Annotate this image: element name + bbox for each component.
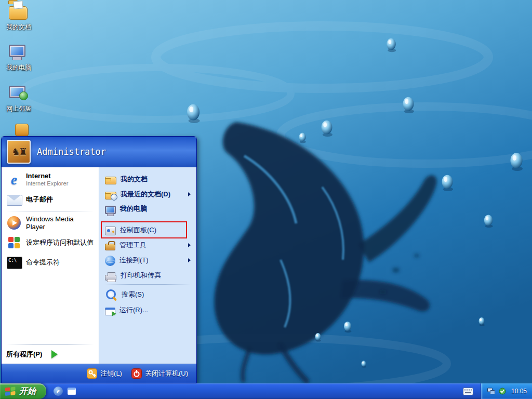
tray-volume-icon[interactable] <box>499 388 506 395</box>
email-icon <box>6 192 22 207</box>
start-menu-item-recent-documents[interactable]: 我最近的文档(D) <box>102 187 194 202</box>
start-menu-item-program-access[interactable]: 设定程序访问和默认值 <box>3 233 97 252</box>
shut-down-label: 关闭计算机(U) <box>145 369 188 378</box>
search-icon <box>105 288 117 301</box>
desktop-icon-label: 网上邻居 <box>6 104 31 113</box>
start-menu-item-my-documents[interactable]: 我的文档 <box>102 171 194 187</box>
username-label: Administrator <box>37 147 106 157</box>
menu-separator <box>105 284 191 285</box>
hidden-desktop-icon <box>15 124 29 136</box>
item-title: 打印机和传真 <box>121 271 161 280</box>
menu-separator <box>6 211 94 211</box>
start-button[interactable]: 开始 <box>0 383 46 399</box>
tray-network-icon[interactable] <box>487 388 495 395</box>
taskbar-clock: 10:05 <box>510 388 527 395</box>
admin-tools-icon <box>105 244 115 250</box>
run-icon <box>105 308 115 315</box>
log-off-icon <box>87 368 97 379</box>
menu-separator <box>6 344 94 345</box>
window-icon <box>68 388 76 395</box>
start-menu-pinned-column: Internet Internet Explorer 电子邮件 Windows … <box>2 167 99 364</box>
log-off-label: 注销(L) <box>100 369 122 378</box>
my-computer-icon <box>105 206 116 214</box>
start-menu-item-control-panel[interactable]: 控制面板(C) <box>102 222 194 237</box>
desktop-icon-label: 我的文档 <box>6 23 31 32</box>
system-tray: 10:05 <box>481 383 532 399</box>
spacer <box>3 272 97 343</box>
item-title: 我最近的文档(D) <box>121 190 170 199</box>
recent-documents-icon <box>105 192 116 200</box>
item-title: 运行(R)... <box>119 305 148 315</box>
desktop-icon-network-places[interactable]: 网上邻居 <box>2 85 35 113</box>
command-prompt-icon <box>6 255 22 270</box>
submenu-arrow-icon <box>188 258 191 262</box>
start-menu-item-connect-to[interactable]: 连接到(T) <box>102 252 194 268</box>
desktop-icon-my-computer[interactable]: 我的电脑 <box>2 44 35 72</box>
item-title: 连接到(T) <box>119 256 149 265</box>
submenu-arrow-icon <box>188 192 191 196</box>
item-title: 设定程序访问和默认值 <box>26 238 94 247</box>
taskbar: 开始 10:05 <box>0 383 532 399</box>
start-menu-item-search[interactable]: 搜索(S) <box>102 286 194 303</box>
item-title: Windows Media Player <box>26 215 94 231</box>
item-title: 我的电脑 <box>120 204 147 214</box>
desktop: 我的文档 我的电脑 网上邻居 Administrator Internet In… <box>0 0 532 399</box>
desktop-icon-label: 我的电脑 <box>6 63 31 72</box>
start-menu-places-column: 我的文档 我最近的文档(D) 我的电脑 控制面板(C) <box>99 167 196 364</box>
start-menu-body: Internet Internet Explorer 电子邮件 Windows … <box>2 167 196 364</box>
start-menu-item-command-prompt[interactable]: 命令提示符 <box>3 252 97 272</box>
connect-to-icon <box>105 256 115 266</box>
quick-launch-ie-icon[interactable] <box>54 387 63 396</box>
shut-down-icon <box>131 368 142 379</box>
desktop-icon-partially-hidden[interactable] <box>5 124 38 136</box>
my-documents-icon <box>105 177 116 184</box>
start-menu-item-email[interactable]: 电子邮件 <box>3 190 97 209</box>
my-computer-icon <box>9 45 25 57</box>
start-menu-header: Administrator <box>2 137 196 167</box>
quick-launch-bar <box>48 387 82 396</box>
user-avatar <box>7 140 31 164</box>
shut-down-button[interactable]: 关闭计算机(U) <box>131 368 188 379</box>
start-menu-item-printers[interactable]: 打印机和传真 <box>102 268 194 283</box>
start-menu-item-internet[interactable]: Internet Internet Explorer <box>3 170 97 190</box>
windows-media-player-icon <box>6 215 22 231</box>
start-menu-item-media-player[interactable]: Windows Media Player <box>3 213 97 233</box>
printers-and-faxes-icon <box>105 275 116 281</box>
item-title: Internet <box>26 172 68 180</box>
item-title: 命令提示符 <box>26 258 60 267</box>
control-panel-icon <box>105 227 116 235</box>
start-menu-footer: 注销(L) 关闭计算机(U) <box>2 364 196 383</box>
program-access-icon <box>6 235 22 250</box>
submenu-arrow-icon <box>188 243 191 247</box>
start-button-label: 开始 <box>19 386 36 397</box>
all-programs-button[interactable]: 所有程序(P) <box>3 347 97 362</box>
start-menu-item-run[interactable]: 运行(R)... <box>102 303 194 317</box>
start-menu: Administrator Internet Internet Explorer… <box>1 136 197 383</box>
log-off-button[interactable]: 注销(L) <box>87 368 122 379</box>
windows-logo-icon <box>5 386 16 396</box>
input-method-icon[interactable] <box>463 388 473 395</box>
item-title: 搜索(S) <box>122 290 144 299</box>
my-documents-icon <box>9 6 28 20</box>
start-menu-item-my-computer[interactable]: 我的电脑 <box>102 202 194 216</box>
item-title: 控制面板(C) <box>120 225 156 235</box>
desktop-icon-my-documents[interactable]: 我的文档 <box>2 3 35 32</box>
internet-explorer-icon <box>6 172 22 188</box>
item-title: 电子邮件 <box>26 195 53 204</box>
item-subtitle: Internet Explorer <box>26 180 68 187</box>
quick-launch-explorer-icon[interactable] <box>67 387 76 396</box>
start-menu-item-admin-tools[interactable]: 管理工具 <box>102 237 194 252</box>
all-programs-arrow-icon <box>51 350 58 358</box>
all-programs-label: 所有程序(P) <box>6 350 42 359</box>
network-places-icon <box>9 86 25 98</box>
item-title: 我的文档 <box>121 175 148 184</box>
item-title: 管理工具 <box>119 241 147 250</box>
